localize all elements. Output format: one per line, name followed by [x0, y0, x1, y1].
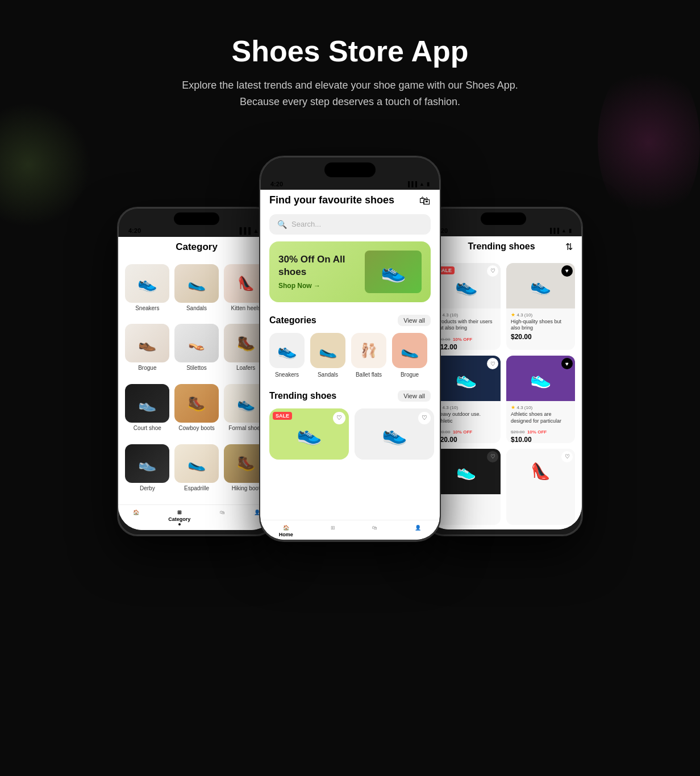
cat-item-derby[interactable]: 👞 Derby: [125, 444, 170, 500]
trend-card-img-2: 👟 ♡: [355, 408, 434, 460]
fav-p6[interactable]: ♡: [561, 451, 573, 462]
trend-product-info-6: [506, 494, 575, 525]
fav-p5[interactable]: ♡: [487, 451, 498, 462]
banner-text: 30% Off On All shoes Shop Now →: [278, 253, 365, 290]
categories-view-all[interactable]: View all: [398, 315, 431, 326]
cat-card-sandals[interactable]: 🥿 Sandals: [310, 333, 345, 378]
banner-image: 👟: [365, 251, 422, 293]
trend-product-6[interactable]: 👠 ♡: [506, 449, 575, 525]
trend-product-img-1: 👟 SALE ♡: [432, 263, 501, 308]
wifi-icon-right: ▲: [561, 228, 566, 233]
home-icon-center: 🏠: [283, 525, 289, 531]
battery-icon-center: ▮: [427, 181, 430, 187]
trend-product-info-4: ★ 4.3 (10) Athletic shoes are designed f…: [506, 401, 575, 443]
cat-label-stilettos: Stilettos: [186, 365, 207, 371]
trend-product-5[interactable]: 👟 ♡: [432, 449, 501, 525]
page-subtitle: Explore the latest trends and elevate yo…: [180, 77, 520, 110]
center-phone-screen: Find your favourite shoes 🛍 🔍 Search... …: [260, 190, 440, 540]
nav-category-center[interactable]: ⊞: [331, 525, 335, 537]
trend-product-1[interactable]: 👟 SALE ♡ ★ 4.3 (10) Products with their …: [432, 263, 501, 351]
cat-item-brogue[interactable]: 👞 Brogue: [125, 324, 170, 379]
cat-item-cowboy[interactable]: 🥾 Cowboy boots: [174, 384, 219, 440]
stars-2: ★ 4.3 (10): [511, 312, 570, 318]
cat-img-sandals: 🥿: [174, 264, 219, 303]
trend-card-1[interactable]: 👟 SALE ♡: [269, 408, 349, 460]
banner-discount: 30% Off On All shoes: [278, 253, 365, 278]
center-phone-inner: Find your favourite shoes 🛍 🔍 Search... …: [260, 190, 440, 540]
fav-p4[interactable]: ♥: [561, 358, 573, 369]
cat-label-court: Court shoe: [134, 425, 161, 431]
categories-row: 👟 Sneakers 🥿 Sandals 🩰 B: [260, 331, 440, 385]
cart-icon-left: 🛍: [220, 510, 225, 515]
right-phone: 4:20 ▐▐▐ ▲ ▮ ‹ Trending shoes ⇅: [424, 207, 583, 536]
home-title: Find your favourite shoes: [269, 194, 419, 207]
cat-card-sneakers[interactable]: 👟 Sneakers: [269, 333, 305, 378]
cat-card-ballet[interactable]: 🩰 Ballet flats: [351, 333, 386, 378]
sort-icon[interactable]: ⇅: [565, 241, 573, 252]
time-left: 4:20: [128, 227, 141, 234]
cat-label-kitten: Kitten heels: [231, 305, 261, 311]
page-title: Shoes Store App: [11, 34, 689, 68]
new-price-1: $12.00: [436, 343, 496, 350]
nav-cart-center[interactable]: 🛍: [372, 525, 377, 537]
trend-product-img-2: 👟 ♥: [506, 263, 575, 308]
fav-p2[interactable]: ♥: [561, 265, 573, 277]
trend-product-2[interactable]: 👟 ♥ ★ 4.3 (10) High-quality shoes but al…: [506, 263, 575, 351]
trend-product-img-3: 👟 ♡: [432, 356, 501, 401]
stars-4: ★ 4.3 (10): [511, 404, 570, 410]
cat-img-espad: 🥿: [174, 444, 219, 483]
cat-item-sneakers[interactable]: 👟 Sneakers: [125, 264, 170, 320]
cat-card-label-sneakers: Sneakers: [275, 372, 299, 378]
category-icon-center: ⊞: [331, 525, 335, 531]
cat-item-espad[interactable]: 🥿 Espadrille: [174, 444, 219, 500]
cat-label-sneakers: Sneakers: [135, 305, 159, 311]
cart-bag-icon[interactable]: 🛍: [419, 194, 431, 207]
cat-item-sandals[interactable]: 🥿 Sandals: [174, 264, 219, 320]
cat-label-sandals: Sandals: [186, 305, 207, 311]
cat-item-stilettos[interactable]: 👡 Stilettos: [174, 324, 219, 379]
nav-cart-left[interactable]: 🛍: [220, 510, 225, 525]
dynamic-island-left: [174, 212, 219, 225]
trend-product-info-5: [432, 494, 501, 525]
status-bar-right: 4:20 ▐▐▐ ▲ ▮: [425, 227, 582, 236]
new-price-3: $20.00: [436, 436, 496, 443]
fav-p1[interactable]: ♡: [487, 265, 498, 277]
trend-card-2[interactable]: 👟 ♡: [355, 408, 434, 460]
signal-icon-right: ▐▐▐: [548, 228, 559, 233]
nav-category-left[interactable]: ⊞ Category: [168, 510, 190, 525]
fav-btn-1[interactable]: ♡: [333, 412, 345, 424]
nav-profile-center[interactable]: 👤: [415, 525, 421, 537]
nav-home-left[interactable]: 🏠: [133, 510, 139, 525]
time-center: 4:20: [270, 181, 283, 187]
promo-banner[interactable]: 30% Off On All shoes Shop Now → 👟: [269, 241, 431, 302]
status-icons-center: ▐▐▐ ▲ ▮: [406, 181, 430, 187]
cat-card-brogue[interactable]: 🥿 Brogue: [392, 333, 427, 378]
category-header: Category: [118, 237, 275, 260]
cat-item-court[interactable]: 👞 Court shoe: [125, 384, 170, 440]
category-grid: 👟 Sneakers 🥿 Sandals 👠: [118, 260, 275, 504]
nav-home-center[interactable]: 🏠 Home: [279, 525, 293, 537]
cat-card-label-ballet: Ballet flats: [356, 372, 382, 378]
active-dot-left: [178, 523, 181, 525]
home-icon-left: 🏠: [133, 510, 139, 515]
trend-product-4[interactable]: 👟 ♥ ★ 4.3 (10) Athletic shoes are design…: [506, 356, 575, 443]
cat-card-label-brogue: Brogue: [401, 372, 419, 378]
trending-header: ‹ Trending shoes ⇅: [425, 236, 582, 258]
search-placeholder: Search...: [291, 220, 321, 228]
wifi-icon-left: ▲: [253, 227, 259, 234]
phones-container: 4:20 ▐▐▐ ▲ ▮ Category 👟 Sneakers: [0, 133, 700, 576]
category-label-left: Category: [168, 516, 190, 522]
signal-icon-left: ▐▐▐: [238, 227, 251, 234]
search-bar[interactable]: 🔍 Search...: [269, 214, 431, 235]
cat-card-img-ballet: 🩰: [351, 333, 386, 368]
cat-img-derby: 👞: [125, 444, 169, 483]
trending-view-all[interactable]: View all: [398, 390, 431, 402]
cat-img-cowboy: 🥾: [174, 384, 219, 423]
trend-product-3[interactable]: 👟 ♡ ★ 4.3 (10) Heavy outdoor use. athlet…: [432, 356, 501, 443]
fav-p3[interactable]: ♡: [487, 358, 498, 369]
categories-section-header: Categories View all: [260, 309, 440, 331]
home-label-center: Home: [279, 532, 293, 537]
cat-card-img-sandals: 🥿: [310, 333, 345, 368]
fav-btn-2[interactable]: ♡: [418, 412, 431, 424]
cat-img-sneakers: 👟: [125, 264, 169, 303]
